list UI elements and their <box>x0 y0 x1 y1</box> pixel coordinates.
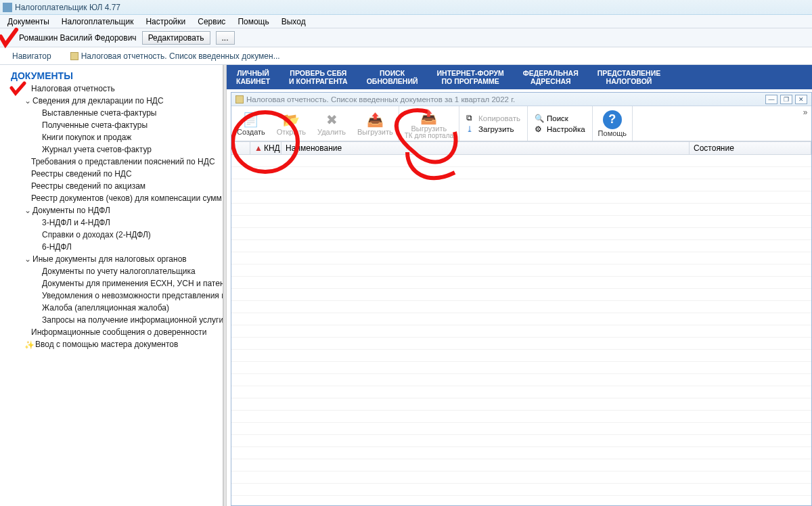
grid-row[interactable] <box>231 277 811 289</box>
export-tk-button[interactable]: 📤 Выгрузить ТК для портала <box>399 106 459 141</box>
grid-row[interactable] <box>231 179 811 191</box>
grid-row[interactable] <box>231 191 811 204</box>
tree-item[interactable]: Журнал учета счетов-фактур <box>11 143 223 156</box>
topnav-link[interactable]: ФЕДЕРАЛЬНАЯАДРЕСНАЯ <box>514 69 588 85</box>
tree-item[interactable]: ⌄Документы по НДФЛ <box>11 204 223 216</box>
tree-item[interactable]: Запросы на получение информационной услу… <box>11 314 223 326</box>
menu-service[interactable]: Сервис <box>191 17 231 26</box>
col-knd[interactable]: ▲КНД <box>250 142 281 154</box>
menu-exit[interactable]: Выход <box>275 17 312 26</box>
grid-row[interactable] <box>231 204 811 216</box>
load-icon: ⤓ <box>466 124 476 134</box>
tree-item[interactable]: Справки о доходах (2-НДФЛ) <box>11 229 223 241</box>
grid-row[interactable] <box>231 167 811 179</box>
col-name[interactable]: Наименование <box>281 142 690 154</box>
grid-row[interactable] <box>231 350 811 362</box>
tab-navigator[interactable]: Навигатор <box>3 49 61 63</box>
topnav-link[interactable]: ПРЕДСТАВЛЕНИЕНАЛОГОВОЙ <box>588 69 671 85</box>
export-button[interactable]: 📤 Выгрузить <box>352 106 399 141</box>
load-button[interactable]: ⤓Загрузить <box>466 124 520 135</box>
topnav-link[interactable]: ИНТЕРНЕТ-ФОРУМПО ПРОГРАММЕ <box>428 69 514 85</box>
grid-row[interactable] <box>231 398 811 411</box>
search-button[interactable]: 🔍Поиск <box>535 113 585 124</box>
tree-item-label: Сведения для декларации по НДС <box>32 96 164 106</box>
edit-user-button[interactable]: Редактировать <box>142 31 210 45</box>
tree-item-label: Ввод с помощью мастера документов <box>35 340 178 349</box>
copy-button[interactable]: ⧉Копировать <box>466 113 520 124</box>
tree-item[interactable]: Полученные счета-фактуры <box>11 119 223 131</box>
grid-row[interactable] <box>231 325 811 338</box>
delete-button[interactable]: ✖ Удалить <box>312 106 352 141</box>
grid-row[interactable] <box>231 411 811 423</box>
toolbar-overflow-button[interactable]: » <box>799 106 811 141</box>
tree-item[interactable]: ⌄Иные документы для налоговых органов <box>11 253 223 265</box>
tree-item-label: Информационные сообщения о доверенности <box>31 327 207 337</box>
grid-row[interactable] <box>231 484 811 496</box>
content-area: ЛИЧНЫЙКАБИНЕТПРОВЕРЬ СЕБЯИ КОНТРАГЕНТАПО… <box>227 65 812 506</box>
tree-item[interactable]: Уведомления о невозможности представлени… <box>11 290 223 302</box>
tree-item[interactable]: Требования о представлении пояснений по … <box>11 156 223 168</box>
col-sort[interactable] <box>231 142 250 154</box>
grid-row[interactable] <box>231 472 811 484</box>
col-state[interactable]: Состояние <box>690 142 811 154</box>
grid-row[interactable] <box>231 362 811 374</box>
grid-row[interactable] <box>231 289 811 301</box>
doc-list-child-window: Налоговая отчетность. Список введенных д… <box>231 92 812 506</box>
tree-item[interactable]: ✨Ввод с помощью мастера документов <box>11 338 223 351</box>
tree-item-label: 6-НДФЛ <box>42 242 72 252</box>
grid-row[interactable] <box>231 228 811 240</box>
tree-item[interactable]: Информационные сообщения о доверенности <box>11 326 223 338</box>
open-button[interactable]: 📂 Открыть <box>271 106 312 141</box>
grid-row[interactable] <box>231 252 811 264</box>
grid-row[interactable] <box>231 374 811 386</box>
grid-row[interactable] <box>231 435 811 447</box>
tree-item-label: Книги покупок и продаж <box>42 133 131 142</box>
create-button[interactable]: 📄 Создать <box>231 106 271 141</box>
child-minimize-button[interactable]: — <box>765 95 777 104</box>
tree-item[interactable]: Реестры сведений по акцизам <box>11 180 223 192</box>
grid-row[interactable] <box>231 447 811 459</box>
tree-item[interactable]: Документы по учету налогоплательщика <box>11 265 223 277</box>
tree-item[interactable]: Книги покупок и продаж <box>11 131 223 143</box>
grid-row[interactable] <box>231 338 811 350</box>
grid-row[interactable] <box>231 240 811 252</box>
grid-row[interactable] <box>231 264 811 277</box>
tree-item[interactable]: Реестры сведений по НДС <box>11 168 223 180</box>
menu-taxpayer[interactable]: Налогоплательщик <box>55 17 140 26</box>
menu-help[interactable]: Помощь <box>231 17 275 26</box>
grid-row[interactable] <box>231 313 811 325</box>
data-grid[interactable] <box>231 155 811 505</box>
settings-button[interactable]: ⚙Настройка <box>535 124 585 135</box>
tree-item[interactable]: ⌄Сведения для декларации по НДС <box>11 95 223 107</box>
gear-icon: ⚙ <box>535 124 544 134</box>
child-close-button[interactable]: ✕ <box>795 95 807 104</box>
grid-row[interactable] <box>231 216 811 228</box>
user-bar: ⌄ Ромашкин Василий Федорович Редактирова… <box>0 28 812 47</box>
chevron-down-icon: ⌄ <box>24 96 31 106</box>
tree-item[interactable]: Реестр документов (чеков) для компенсаци… <box>11 192 223 204</box>
topnav-link[interactable]: ПОИСКОБНОВЛЕНИЙ <box>357 69 428 85</box>
tab-doc-list[interactable]: Налоговая отчетность. Список введенных д… <box>61 49 290 63</box>
grid-row[interactable] <box>231 386 811 398</box>
tree-item[interactable]: Выставленные счета-фактуры <box>11 107 223 119</box>
tree-item-label: Иные документы для налоговых органов <box>32 254 187 264</box>
menu-settings[interactable]: Настройки <box>139 17 191 26</box>
tree-item-label: Документы по НДФЛ <box>32 206 110 215</box>
tree-item[interactable]: 6-НДФЛ <box>11 241 223 253</box>
chevron-down-icon[interactable]: ⌄ <box>4 32 15 43</box>
grid-row[interactable] <box>231 155 811 167</box>
menu-documents[interactable]: Документы <box>1 17 55 26</box>
grid-row[interactable] <box>231 496 811 505</box>
tree-item[interactable]: 3-НДФЛ и 4-НДФЛ <box>11 216 223 229</box>
grid-row[interactable] <box>231 301 811 313</box>
topnav-link[interactable]: ЛИЧНЫЙКАБИНЕТ <box>227 69 279 85</box>
child-maximize-button[interactable]: ❐ <box>780 95 792 104</box>
user-more-button[interactable]: ... <box>216 31 235 45</box>
help-button[interactable]: ? Помощь <box>592 106 633 141</box>
tree-item[interactable]: Налоговая отчетность <box>11 83 223 95</box>
tree-item[interactable]: Жалоба (апелляционная жалоба) <box>11 302 223 314</box>
grid-row[interactable] <box>231 423 811 435</box>
tree-item[interactable]: Документы для применения ЕСХН, УСН и пат… <box>11 277 223 290</box>
grid-row[interactable] <box>231 459 811 472</box>
topnav-link[interactable]: ПРОВЕРЬ СЕБЯИ КОНТРАГЕНТА <box>279 69 357 85</box>
